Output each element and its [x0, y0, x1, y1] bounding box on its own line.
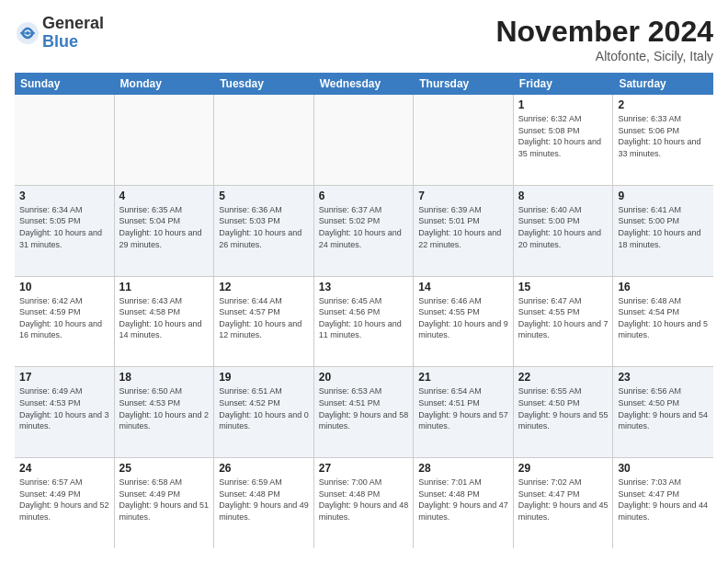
day-cell-13: 13Sunrise: 6:45 AM Sunset: 4:56 PM Dayli… [314, 277, 415, 367]
day-cell-24: 24Sunrise: 6:57 AM Sunset: 4:49 PM Dayli… [15, 458, 115, 548]
weekday-header-friday: Friday [514, 73, 614, 95]
weekday-header-thursday: Thursday [414, 73, 514, 95]
day-number: 12 [219, 281, 309, 293]
day-cell-19: 19Sunrise: 6:51 AM Sunset: 4:52 PM Dayli… [214, 367, 314, 457]
day-number: 28 [418, 462, 508, 475]
day-info: Sunrise: 6:55 AM Sunset: 4:50 PM Dayligh… [518, 385, 609, 431]
day-info: Sunrise: 6:39 AM Sunset: 5:01 PM Dayligh… [418, 204, 508, 250]
day-info: Sunrise: 6:45 AM Sunset: 4:56 PM Dayligh… [319, 295, 409, 341]
day-info: Sunrise: 6:40 AM Sunset: 5:00 PM Dayligh… [518, 204, 609, 250]
day-cell-26: 26Sunrise: 6:59 AM Sunset: 4:48 PM Dayli… [214, 458, 314, 548]
page: General Blue November 2024 Altofonte, Si… [0, 0, 728, 563]
day-info: Sunrise: 6:37 AM Sunset: 5:02 PM Dayligh… [319, 204, 409, 250]
day-info: Sunrise: 6:44 AM Sunset: 4:57 PM Dayligh… [219, 295, 309, 341]
day-number: 10 [19, 281, 109, 293]
day-cell-23: 23Sunrise: 6:56 AM Sunset: 4:50 PM Dayli… [613, 367, 713, 457]
calendar-row-2: 3Sunrise: 6:34 AM Sunset: 5:05 PM Daylig… [15, 186, 713, 277]
day-number: 8 [518, 190, 609, 202]
day-number: 30 [618, 462, 709, 475]
calendar-row-1: 1Sunrise: 6:32 AM Sunset: 5:08 PM Daylig… [15, 95, 713, 186]
day-cell-22: 22Sunrise: 6:55 AM Sunset: 4:50 PM Dayli… [514, 367, 614, 457]
day-number: 2 [618, 98, 709, 111]
empty-cell [115, 95, 215, 185]
day-number: 26 [219, 462, 309, 475]
day-cell-16: 16Sunrise: 6:48 AM Sunset: 4:54 PM Dayli… [613, 277, 713, 367]
day-cell-25: 25Sunrise: 6:58 AM Sunset: 4:49 PM Dayli… [115, 458, 215, 548]
day-number: 13 [319, 281, 409, 293]
day-number: 14 [418, 281, 508, 293]
day-info: Sunrise: 6:47 AM Sunset: 4:55 PM Dayligh… [518, 295, 609, 341]
day-cell-14: 14Sunrise: 6:46 AM Sunset: 4:55 PM Dayli… [414, 277, 514, 367]
day-info: Sunrise: 7:01 AM Sunset: 4:48 PM Dayligh… [418, 477, 508, 523]
day-cell-15: 15Sunrise: 6:47 AM Sunset: 4:55 PM Dayli… [514, 277, 614, 367]
logo-icon [15, 20, 40, 46]
calendar-row-4: 17Sunrise: 6:49 AM Sunset: 4:53 PM Dayli… [15, 367, 713, 458]
day-cell-27: 27Sunrise: 7:00 AM Sunset: 4:48 PM Dayli… [314, 458, 415, 548]
day-info: Sunrise: 7:02 AM Sunset: 4:47 PM Dayligh… [518, 477, 609, 523]
day-info: Sunrise: 6:36 AM Sunset: 5:03 PM Dayligh… [219, 204, 309, 250]
calendar: SundayMondayTuesdayWednesdayThursdayFrid… [15, 73, 713, 548]
logo-blue-text: Blue [42, 33, 104, 52]
day-number: 17 [19, 371, 109, 384]
day-info: Sunrise: 6:49 AM Sunset: 4:53 PM Dayligh… [19, 385, 109, 431]
day-cell-30: 30Sunrise: 7:03 AM Sunset: 4:47 PM Dayli… [613, 458, 713, 548]
day-number: 19 [219, 371, 309, 384]
day-info: Sunrise: 6:33 AM Sunset: 5:06 PM Dayligh… [618, 113, 709, 159]
day-cell-8: 8Sunrise: 6:40 AM Sunset: 5:00 PM Daylig… [514, 186, 614, 276]
title-block: November 2024 Altofonte, Sicily, Italy [495, 15, 713, 63]
day-cell-9: 9Sunrise: 6:41 AM Sunset: 5:00 PM Daylig… [613, 186, 713, 276]
day-number: 11 [119, 281, 210, 293]
day-number: 15 [518, 281, 609, 293]
day-info: Sunrise: 6:58 AM Sunset: 4:49 PM Dayligh… [119, 477, 210, 523]
calendar-row-3: 10Sunrise: 6:42 AM Sunset: 4:59 PM Dayli… [15, 277, 713, 368]
day-number: 24 [19, 462, 109, 475]
day-info: Sunrise: 6:54 AM Sunset: 4:51 PM Dayligh… [418, 385, 508, 431]
logo: General Blue [15, 15, 104, 52]
day-info: Sunrise: 6:51 AM Sunset: 4:52 PM Dayligh… [219, 385, 309, 431]
day-number: 3 [19, 190, 109, 202]
calendar-body: 1Sunrise: 6:32 AM Sunset: 5:08 PM Daylig… [15, 95, 713, 548]
day-info: Sunrise: 6:57 AM Sunset: 4:49 PM Dayligh… [19, 477, 109, 523]
weekday-header-wednesday: Wednesday [314, 73, 415, 95]
day-cell-3: 3Sunrise: 6:34 AM Sunset: 5:05 PM Daylig… [15, 186, 115, 276]
day-number: 23 [618, 371, 709, 384]
day-number: 5 [219, 190, 309, 202]
day-cell-5: 5Sunrise: 6:36 AM Sunset: 5:03 PM Daylig… [214, 186, 314, 276]
day-cell-11: 11Sunrise: 6:43 AM Sunset: 4:58 PM Dayli… [115, 277, 215, 367]
day-cell-21: 21Sunrise: 6:54 AM Sunset: 4:51 PM Dayli… [414, 367, 514, 457]
calendar-row-5: 24Sunrise: 6:57 AM Sunset: 4:49 PM Dayli… [15, 458, 713, 548]
day-number: 4 [119, 190, 210, 202]
day-number: 6 [319, 190, 409, 202]
day-info: Sunrise: 6:42 AM Sunset: 4:59 PM Dayligh… [19, 295, 109, 341]
day-cell-1: 1Sunrise: 6:32 AM Sunset: 5:08 PM Daylig… [514, 95, 614, 185]
logo-general-text: General [42, 15, 104, 33]
day-info: Sunrise: 6:48 AM Sunset: 4:54 PM Dayligh… [618, 295, 709, 341]
month-title: November 2024 [495, 15, 713, 49]
day-info: Sunrise: 6:46 AM Sunset: 4:55 PM Dayligh… [418, 295, 508, 341]
day-cell-28: 28Sunrise: 7:01 AM Sunset: 4:48 PM Dayli… [414, 458, 514, 548]
day-cell-12: 12Sunrise: 6:44 AM Sunset: 4:57 PM Dayli… [214, 277, 314, 367]
weekday-header-monday: Monday [115, 73, 215, 95]
weekday-header-tuesday: Tuesday [214, 73, 314, 95]
day-cell-20: 20Sunrise: 6:53 AM Sunset: 4:51 PM Dayli… [314, 367, 415, 457]
day-number: 16 [618, 281, 709, 293]
day-info: Sunrise: 6:43 AM Sunset: 4:58 PM Dayligh… [119, 295, 210, 341]
day-cell-29: 29Sunrise: 7:02 AM Sunset: 4:47 PM Dayli… [514, 458, 614, 548]
day-number: 20 [319, 371, 409, 384]
svg-point-2 [26, 31, 29, 35]
calendar-header: SundayMondayTuesdayWednesdayThursdayFrid… [15, 73, 713, 95]
day-info: Sunrise: 6:32 AM Sunset: 5:08 PM Dayligh… [518, 113, 609, 159]
day-cell-2: 2Sunrise: 6:33 AM Sunset: 5:06 PM Daylig… [613, 95, 713, 185]
day-cell-6: 6Sunrise: 6:37 AM Sunset: 5:02 PM Daylig… [314, 186, 415, 276]
day-info: Sunrise: 7:03 AM Sunset: 4:47 PM Dayligh… [618, 477, 709, 523]
day-cell-17: 17Sunrise: 6:49 AM Sunset: 4:53 PM Dayli… [15, 367, 115, 457]
empty-cell [15, 95, 115, 185]
day-cell-10: 10Sunrise: 6:42 AM Sunset: 4:59 PM Dayli… [15, 277, 115, 367]
day-number: 18 [119, 371, 210, 384]
day-info: Sunrise: 6:50 AM Sunset: 4:53 PM Dayligh… [119, 385, 210, 431]
day-info: Sunrise: 6:59 AM Sunset: 4:48 PM Dayligh… [219, 477, 309, 523]
weekday-header-saturday: Saturday [613, 73, 713, 95]
day-cell-4: 4Sunrise: 6:35 AM Sunset: 5:04 PM Daylig… [115, 186, 215, 276]
day-cell-7: 7Sunrise: 6:39 AM Sunset: 5:01 PM Daylig… [414, 186, 514, 276]
day-number: 29 [518, 462, 609, 475]
